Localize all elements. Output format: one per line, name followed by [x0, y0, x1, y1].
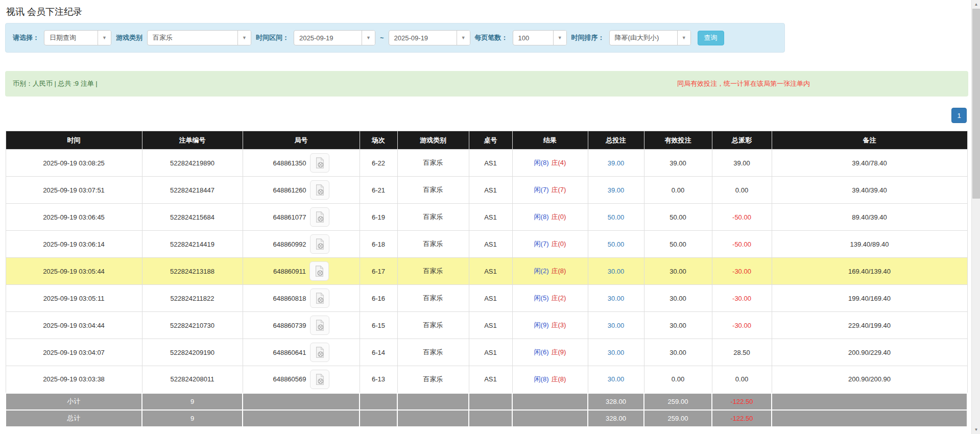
cell-total-bet: 30.00 — [588, 258, 644, 285]
cell-payout: -50.00 — [712, 231, 772, 258]
film-reel-icon — [314, 157, 326, 169]
header-time: 时间 — [6, 131, 142, 150]
total-bet-link[interactable]: 30.00 — [608, 295, 625, 302]
table-row: 2025-09-19 03:06:14 522824214419 6488609… — [6, 231, 967, 258]
cell-session: 6-14 — [360, 339, 397, 366]
cell-note: 89.40/39.40 — [772, 204, 967, 231]
header-table-no: 桌号 — [469, 131, 512, 150]
cell-result: 闲(8)庄(8) — [512, 366, 588, 393]
video-replay-button[interactable] — [310, 316, 329, 335]
cell-payout: 0.00 — [712, 177, 772, 204]
cell-total-bet: 50.00 — [588, 204, 644, 231]
query-type-select[interactable]: 日期查询 ▼ — [44, 30, 111, 45]
result-banker: 庄(3) — [552, 321, 566, 329]
total-bet-link[interactable]: 50.00 — [608, 240, 625, 248]
cell-valid-bet: 30.00 — [644, 258, 712, 285]
table-row: 2025-09-19 03:08:25 522824219890 6488613… — [6, 150, 967, 177]
cell-payout: -50.00 — [712, 204, 772, 231]
chevron-down-icon: ▼ — [362, 31, 375, 45]
total-bet-link[interactable]: 39.00 — [608, 186, 625, 194]
film-reel-icon — [314, 373, 326, 385]
cell-result: 闲(8)庄(0) — [512, 204, 588, 231]
cell-note: 200.90/229.40 — [772, 339, 967, 366]
page-1-button[interactable]: 1 — [951, 108, 967, 123]
video-replay-button[interactable] — [310, 234, 329, 254]
cell-table-no: AS1 — [469, 285, 512, 312]
cell-note: 139.40/89.40 — [772, 231, 967, 258]
game-type-select[interactable]: 百家乐 ▼ — [147, 30, 251, 45]
valid-bet-notice: 同局有效投注，统一计算在该局第一张注单内 — [677, 79, 961, 88]
total-bet-link[interactable]: 30.00 — [608, 322, 625, 329]
round-id-value: 648860818 — [273, 295, 306, 302]
video-replay-button[interactable] — [309, 261, 329, 281]
page-size-select[interactable]: 100 ▼ — [513, 30, 567, 45]
table-row: 2025-09-19 03:04:44 522824210730 6488607… — [6, 312, 967, 339]
cell-result: 闲(5)庄(2) — [512, 285, 588, 312]
result-banker: 庄(4) — [552, 159, 566, 166]
cell-time: 2025-09-19 03:06:14 — [6, 231, 142, 258]
cell-payout: -30.00 — [712, 285, 772, 312]
round-id-value: 648860911 — [273, 268, 306, 275]
total-bet-link[interactable]: 30.00 — [608, 268, 625, 275]
video-replay-button[interactable] — [310, 180, 329, 200]
date-from-picker[interactable]: 2025-09-19 ▼ — [294, 30, 375, 45]
cell-result: 闲(6)庄(9) — [512, 339, 588, 366]
select-type-label: 请选择： — [13, 33, 39, 42]
result-banker: 庄(0) — [552, 240, 566, 248]
video-replay-button[interactable] — [310, 288, 329, 308]
total-label: 总计 — [6, 410, 142, 427]
cell-valid-bet: 30.00 — [644, 312, 712, 339]
cell-game-type: 百家乐 — [397, 339, 469, 366]
video-replay-button[interactable] — [310, 207, 329, 227]
table-row: 2025-09-19 03:05:44 522824213188 6488609… — [6, 258, 967, 285]
total-bet-link[interactable]: 30.00 — [608, 375, 625, 383]
cell-note: 39.40/39.40 — [772, 177, 967, 204]
cell-valid-bet: 50.00 — [644, 204, 712, 231]
sort-order-value: 降幂(由大到小) — [610, 31, 677, 45]
result-player: 闲(7) — [534, 186, 549, 194]
chevron-down-icon: ▼ — [553, 31, 566, 45]
cell-time: 2025-09-19 03:04:44 — [6, 312, 142, 339]
cell-result: 闲(9)庄(3) — [512, 312, 588, 339]
video-replay-button[interactable] — [310, 343, 329, 362]
result-banker: 庄(2) — [552, 294, 566, 302]
cell-bet-id: 522824219890 — [142, 150, 243, 177]
search-button[interactable]: 查询 — [698, 31, 724, 45]
film-reel-icon — [314, 238, 326, 250]
sort-order-select[interactable]: 降幂(由大到小) ▼ — [609, 30, 691, 45]
result-player: 闲(8) — [534, 213, 549, 221]
cell-game-type: 百家乐 — [397, 285, 469, 312]
subtotal-label: 小计 — [6, 393, 142, 410]
subtotal-payout: -122.50 — [712, 393, 772, 410]
result-banker: 庄(8) — [552, 267, 566, 275]
round-id-value: 648861260 — [273, 186, 306, 194]
cell-time: 2025-09-19 03:03:38 — [6, 366, 142, 393]
total-bet-link[interactable]: 30.00 — [608, 349, 625, 356]
cell-table-no: AS1 — [469, 312, 512, 339]
scrollbar-thumb[interactable] — [972, 9, 980, 199]
date-to-picker[interactable]: 2025-09-19 ▼ — [389, 30, 470, 45]
cell-time: 2025-09-19 03:05:11 — [6, 285, 142, 312]
scrollbar-up-arrow-icon[interactable]: ▲ — [972, 0, 980, 9]
cell-table-no: AS1 — [469, 231, 512, 258]
cell-result: 闲(7)庄(0) — [512, 231, 588, 258]
cell-game-type: 百家乐 — [397, 231, 469, 258]
cell-round-id: 648861350 — [243, 150, 360, 177]
video-replay-button[interactable] — [310, 153, 329, 173]
video-replay-button[interactable] — [310, 370, 329, 389]
cell-session: 6-18 — [360, 231, 397, 258]
cell-note: 199.40/169.40 — [772, 285, 967, 312]
cell-table-no: AS1 — [469, 204, 512, 231]
cell-round-id: 648861077 — [243, 204, 360, 231]
cell-session: 6-16 — [360, 285, 397, 312]
total-payout: -122.50 — [712, 410, 772, 427]
header-result: 结果 — [512, 131, 588, 150]
cell-bet-id: 522824218447 — [142, 177, 243, 204]
total-bet-link[interactable]: 39.00 — [608, 159, 625, 167]
scrollbar-down-arrow-icon[interactable]: ▼ — [972, 425, 980, 434]
total-bet-link[interactable]: 50.00 — [608, 213, 625, 221]
result-player: 闲(5) — [534, 294, 549, 302]
subtotal-count: 9 — [142, 393, 243, 410]
cell-round-id: 648860739 — [243, 312, 360, 339]
total-total-bet: 328.00 — [588, 410, 644, 427]
